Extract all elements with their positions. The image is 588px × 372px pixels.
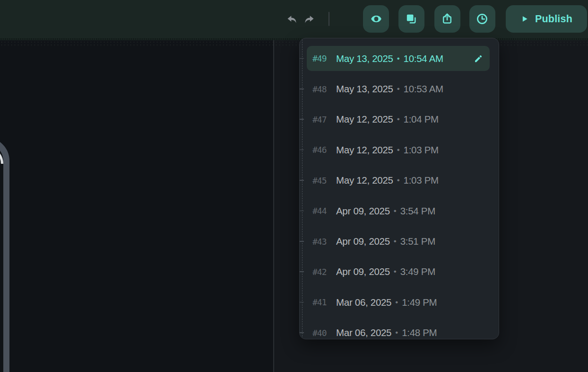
separator-dot: •: [394, 267, 397, 276]
version-time: 3:51 PM: [400, 236, 435, 247]
version-number: #46: [312, 145, 336, 155]
version-row-pill: #48 May 13, 2025 • 10:53 AM: [307, 77, 490, 102]
version-number: #40: [312, 328, 336, 338]
history-clock-icon: [476, 12, 489, 26]
version-row[interactable]: #45 May 12, 2025 • 1:03 PM: [300, 165, 499, 195]
version-row-pill: #46 May 12, 2025 • 1:03 PM: [307, 137, 490, 162]
canvas-dot-grid: [0, 41, 588, 47]
version-row[interactable]: #42 Apr 09, 2025 • 3:49 PM: [300, 257, 499, 287]
version-row-pill: #49 May 13, 2025 • 10:54 AM: [307, 46, 490, 71]
redo-icon: [303, 14, 315, 25]
version-date: May 12, 2025: [336, 144, 393, 156]
version-date: May 13, 2025: [336, 53, 393, 64]
play-icon: [520, 15, 529, 23]
version-date: Apr 09, 2025: [336, 266, 390, 277]
separator-dot: •: [395, 328, 398, 337]
eye-icon: [370, 13, 383, 25]
version-row[interactable]: #43 Apr 09, 2025 • 3:51 PM: [300, 226, 499, 257]
separator-dot: •: [395, 298, 398, 307]
undo-icon: [286, 14, 298, 25]
version-row-pill: #40 Mar 06, 2025 • 1:48 PM: [307, 320, 490, 339]
separator-dot: •: [397, 176, 400, 185]
version-time: 3:49 PM: [400, 266, 435, 277]
duplicate-button[interactable]: [398, 5, 424, 33]
version-number: #41: [312, 297, 336, 307]
version-date: May 12, 2025: [336, 114, 393, 125]
version-row[interactable]: #44 Apr 09, 2025 • 3:54 PM: [300, 195, 499, 226]
version-history-button[interactable]: [469, 5, 495, 33]
version-date: Mar 06, 2025: [336, 327, 391, 338]
separator-dot: •: [397, 54, 400, 63]
version-date: Apr 09, 2025: [336, 236, 390, 247]
separator-dot: •: [394, 206, 397, 216]
version-number: #43: [312, 237, 336, 247]
version-row-pill: #42 Apr 09, 2025 • 3:49 PM: [307, 259, 490, 284]
version-time: 1:04 PM: [404, 114, 439, 125]
canvas-area: [0, 40, 273, 372]
edit-version-button[interactable]: [474, 54, 483, 63]
editor-window: Publish #49 May 13, 2025 • 10:54 AM #48 …: [0, 0, 588, 372]
publish-label: Publish: [535, 13, 572, 25]
separator-dot: •: [397, 145, 400, 155]
separator-dot: •: [397, 115, 400, 124]
version-number: #42: [312, 267, 336, 277]
version-row-pill: #45 May 12, 2025 • 1:03 PM: [307, 168, 490, 193]
version-number: #47: [312, 115, 336, 124]
version-time: 1:49 PM: [402, 297, 437, 308]
version-row-pill: #47 May 12, 2025 • 1:04 PM: [307, 107, 490, 132]
publish-button[interactable]: Publish: [506, 5, 587, 33]
version-row[interactable]: #40 Mar 06, 2025 • 1:48 PM: [300, 318, 499, 339]
redo-button[interactable]: [301, 12, 317, 27]
version-date: Mar 06, 2025: [336, 297, 391, 308]
share-icon: [441, 12, 454, 26]
version-date: May 13, 2025: [336, 83, 393, 95]
version-history-dropdown: #49 May 13, 2025 • 10:54 AM #48 May 13, …: [299, 38, 499, 339]
version-number: #45: [312, 176, 336, 186]
version-time: 10:53 AM: [404, 83, 443, 95]
preview-button[interactable]: [363, 5, 389, 33]
version-row[interactable]: #49 May 13, 2025 • 10:54 AM: [300, 44, 499, 74]
version-date: May 12, 2025: [336, 175, 393, 186]
version-row-pill: #41 Mar 06, 2025 • 1:49 PM: [307, 290, 490, 315]
share-button[interactable]: [434, 5, 460, 33]
undo-button[interactable]: [284, 12, 300, 27]
version-row-pill: #44 Apr 09, 2025 • 3:54 PM: [307, 198, 490, 223]
version-list: #49 May 13, 2025 • 10:54 AM #48 May 13, …: [300, 44, 499, 340]
version-row[interactable]: #46 May 12, 2025 • 1:03 PM: [300, 135, 499, 165]
version-row-pill: #43 Apr 09, 2025 • 3:51 PM: [307, 229, 490, 254]
top-toolbar: Publish: [0, 0, 588, 40]
version-time: 10:54 AM: [404, 53, 443, 64]
version-time: 1:48 PM: [402, 327, 437, 338]
separator-dot: •: [394, 237, 397, 246]
separator-dot: •: [397, 84, 400, 94]
version-row[interactable]: #48 May 13, 2025 • 10:53 AM: [300, 74, 499, 104]
version-date: Apr 09, 2025: [336, 205, 390, 217]
pencil-icon: [474, 54, 483, 63]
version-time: 1:03 PM: [404, 144, 439, 156]
version-number: #49: [312, 53, 336, 63]
version-number: #48: [312, 84, 336, 94]
version-row[interactable]: #47 May 12, 2025 • 1:04 PM: [300, 104, 499, 134]
version-time: 3:54 PM: [400, 205, 435, 217]
version-row[interactable]: #41 Mar 06, 2025 • 1:49 PM: [300, 287, 499, 318]
version-number: #44: [312, 206, 336, 216]
copy-icon: [405, 13, 418, 26]
toolbar-divider: [329, 12, 329, 26]
version-time: 1:03 PM: [404, 175, 439, 186]
